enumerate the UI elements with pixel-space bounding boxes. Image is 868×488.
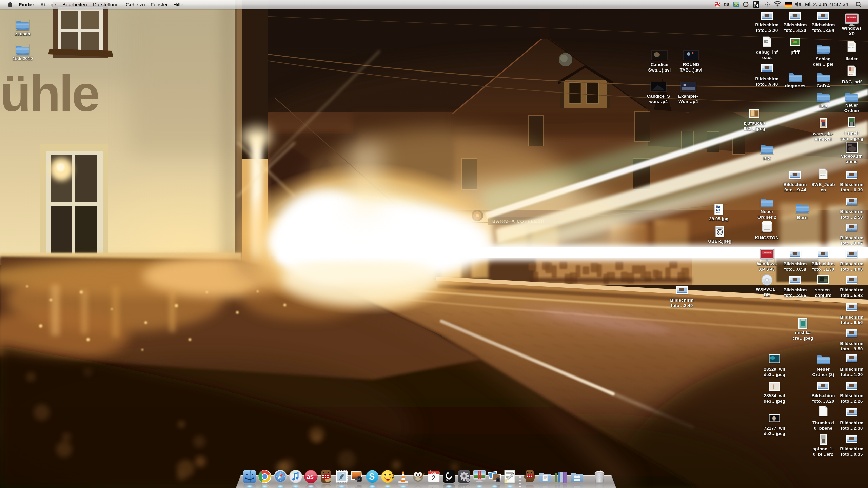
svg-text:S: S: [369, 471, 375, 482]
svg-text:ühle: ühle: [0, 65, 100, 122]
svg-text:‖Parallels: ‖Parallels: [763, 252, 771, 254]
svg-text:HYPE!: HYPE!: [716, 212, 720, 214]
svg-text:‖Parallels: ‖Parallels: [847, 16, 856, 18]
svg-text:4: 4: [756, 4, 758, 7]
svg-text:live: live: [446, 478, 450, 482]
svg-text:JUN: JUN: [431, 472, 436, 474]
svg-text:PDF: PDF: [849, 73, 853, 75]
svg-text:ER: ER: [716, 208, 720, 211]
svg-text:2: 2: [432, 474, 435, 482]
svg-text:as: as: [307, 473, 314, 480]
svg-text:PAGES: PAGES: [848, 47, 855, 49]
svg-text:ÜB: ÜB: [716, 205, 720, 208]
svg-text:PAGES: PAGES: [820, 174, 826, 176]
svg-text:TXT: TXT: [764, 41, 768, 43]
